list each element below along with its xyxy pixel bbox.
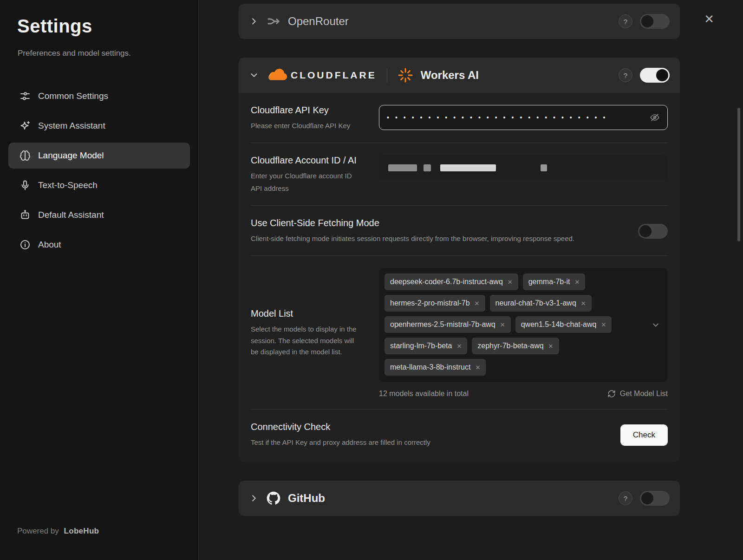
chevron-right-icon[interactable] xyxy=(249,493,259,503)
bot-icon xyxy=(20,209,31,221)
client-fetch-label: Use Client-Side Fetching Mode xyxy=(251,218,632,228)
scrollbar[interactable] xyxy=(737,108,740,241)
openrouter-header[interactable]: OpenRouter ? xyxy=(239,4,680,39)
remove-tag-icon[interactable]: ✕ xyxy=(575,279,580,286)
sidebar-item-label: Default Assistant xyxy=(38,210,104,220)
github-logo-icon xyxy=(267,491,280,505)
github-enable-toggle[interactable] xyxy=(640,491,670,506)
sidebar-item-about[interactable]: About xyxy=(8,232,190,258)
sidebar-item-label: Text-to-Speech xyxy=(38,180,98,190)
refresh-icon xyxy=(607,390,616,398)
model-tag[interactable]: meta-llama-3-8b-instruct✕ xyxy=(385,359,486,376)
redacted-text-block xyxy=(424,164,431,171)
chevron-down-icon[interactable] xyxy=(249,70,259,80)
model-tag-label: starling-lm-7b-beta xyxy=(390,342,452,350)
settings-nav: Common Settings System Assistant Languag… xyxy=(0,83,198,258)
sidebar-item-label: System Assistant xyxy=(38,121,105,131)
model-tag[interactable]: openhermes-2.5-mistral-7b-awq✕ xyxy=(385,316,511,333)
account-id-label: Cloudflare Account ID / AI xyxy=(251,155,372,166)
model-tag[interactable]: deepseek-coder-6.7b-instruct-awq✕ xyxy=(385,273,518,290)
get-model-list-button[interactable]: Get Model List xyxy=(607,390,668,398)
powered-by: Powered by LobeHub xyxy=(17,527,99,536)
model-list-description: Select the models to display in the sess… xyxy=(251,324,358,358)
sidebar-item-label: About xyxy=(38,240,61,250)
cloudflare-logo: CLOUDFLARE xyxy=(267,69,377,82)
cloudflare-header[interactable]: CLOUDFLARE xyxy=(239,58,680,93)
cloudflare-wordmark: CLOUDFLARE xyxy=(291,70,377,81)
brand-name[interactable]: LobeHub xyxy=(64,527,99,535)
remove-tag-icon[interactable]: ✕ xyxy=(500,321,505,328)
model-tag[interactable]: gemma-7b-it✕ xyxy=(523,273,586,290)
selected-model-tags: deepseek-coder-6.7b-instruct-awq✕ gemma-… xyxy=(385,273,645,376)
redacted-text-block xyxy=(388,164,417,171)
model-multiselect[interactable]: deepseek-coder-6.7b-instruct-awq✕ gemma-… xyxy=(379,268,668,382)
api-key-label: Cloudflare API Key xyxy=(251,105,372,116)
toggle-knob xyxy=(641,492,653,504)
account-id-description-line2: API address xyxy=(251,183,372,194)
redacted-text-block xyxy=(541,164,547,171)
remove-tag-icon[interactable]: ✕ xyxy=(456,343,462,350)
sidebar-item-default-assistant[interactable]: Default Assistant xyxy=(8,202,190,228)
sidebar-item-system-assistant[interactable]: System Assistant xyxy=(8,113,190,139)
model-tag[interactable]: zephyr-7b-beta-awq✕ xyxy=(472,338,559,354)
remove-tag-icon[interactable]: ✕ xyxy=(475,364,480,371)
model-list-row: Model List Select the models to display … xyxy=(251,256,668,409)
model-tag[interactable]: starling-lm-7b-beta✕ xyxy=(385,338,467,354)
api-key-description: Please enter Cloudflare API Key xyxy=(251,120,358,131)
provider-list: OpenRouter ? CLOUD xyxy=(239,0,680,516)
connectivity-label: Connectivity Check xyxy=(251,422,614,432)
remove-tag-icon[interactable]: ✕ xyxy=(508,279,513,286)
remove-tag-icon[interactable]: ✕ xyxy=(601,321,606,328)
cloudflare-settings: Cloudflare API Key Please enter Cloudfla… xyxy=(239,93,680,462)
account-id-input[interactable] xyxy=(379,155,668,180)
client-fetch-row: Use Client-Side Fetching Mode Client-sid… xyxy=(251,206,668,255)
client-fetch-description: Client-side fetching mode initiates sess… xyxy=(251,233,618,244)
github-header[interactable]: GitHub ? xyxy=(239,481,680,516)
connectivity-description: Test if the API Key and proxy address ar… xyxy=(251,437,614,448)
help-icon[interactable]: ? xyxy=(619,14,632,28)
provider-card-openrouter: OpenRouter ? xyxy=(239,4,680,39)
sidebar-item-language-model[interactable]: Language Model xyxy=(8,143,190,169)
eye-off-icon[interactable] xyxy=(650,112,660,123)
model-tag-label: qwen1.5-14b-chat-awq xyxy=(521,320,597,329)
model-tag-label: deepseek-coder-6.7b-instruct-awq xyxy=(390,278,503,286)
openrouter-enable-toggle[interactable] xyxy=(640,14,670,29)
sidebar-item-label: Common Settings xyxy=(38,91,108,101)
model-tag-label: meta-llama-3-8b-instruct xyxy=(390,363,470,371)
mic-icon xyxy=(20,180,31,191)
sidebar-item-label: Language Model xyxy=(38,150,104,161)
sidebar-item-common-settings[interactable]: Common Settings xyxy=(8,83,190,109)
model-list-label: Model List xyxy=(251,308,372,319)
cloudflare-enable-toggle[interactable] xyxy=(640,68,670,83)
provider-title: Workers AI xyxy=(421,69,479,82)
account-id-row: Cloudflare Account ID / AI Enter your Cl… xyxy=(251,143,668,205)
remove-tag-icon[interactable]: ✕ xyxy=(475,300,480,307)
get-model-list-label: Get Model List xyxy=(620,390,668,398)
sliders-icon xyxy=(20,91,31,102)
close-icon[interactable]: ✕ xyxy=(704,13,714,25)
toggle-knob xyxy=(656,69,668,81)
brain-icon xyxy=(20,150,31,161)
model-tag[interactable]: qwen1.5-14b-chat-awq✕ xyxy=(515,316,612,333)
help-icon[interactable]: ? xyxy=(619,491,632,505)
settings-content: ✕ OpenRouter ? xyxy=(199,0,743,560)
model-tag[interactable]: neural-chat-7b-v3-1-awq✕ xyxy=(490,295,592,312)
provider-title: GitHub xyxy=(288,492,325,505)
select-chevron-down-icon[interactable] xyxy=(651,320,660,330)
check-button[interactable]: Check xyxy=(620,424,668,446)
remove-tag-icon[interactable]: ✕ xyxy=(548,343,554,350)
openrouter-logo-icon xyxy=(267,14,280,28)
client-fetch-toggle[interactable] xyxy=(638,224,668,239)
chevron-right-icon[interactable] xyxy=(249,16,259,26)
settings-sidebar: Settings Preferences and model settings.… xyxy=(0,0,199,560)
connectivity-row: Connectivity Check Test if the API Key a… xyxy=(251,410,668,462)
workers-ai-icon xyxy=(398,67,413,83)
model-summary-row: 12 models available in total Get Model L… xyxy=(379,390,668,398)
model-tag[interactable]: hermes-2-pro-mistral-7b✕ xyxy=(385,295,485,312)
sidebar-item-text-to-speech[interactable]: Text-to-Speech xyxy=(8,172,190,198)
help-icon[interactable]: ? xyxy=(619,68,632,82)
remove-tag-icon[interactable]: ✕ xyxy=(581,300,586,307)
api-key-input[interactable]: ••••••••••••••••••••••••••• xyxy=(379,105,668,130)
model-tag-label: openhermes-2.5-mistral-7b-awq xyxy=(390,320,495,329)
page-title: Settings xyxy=(17,16,198,37)
